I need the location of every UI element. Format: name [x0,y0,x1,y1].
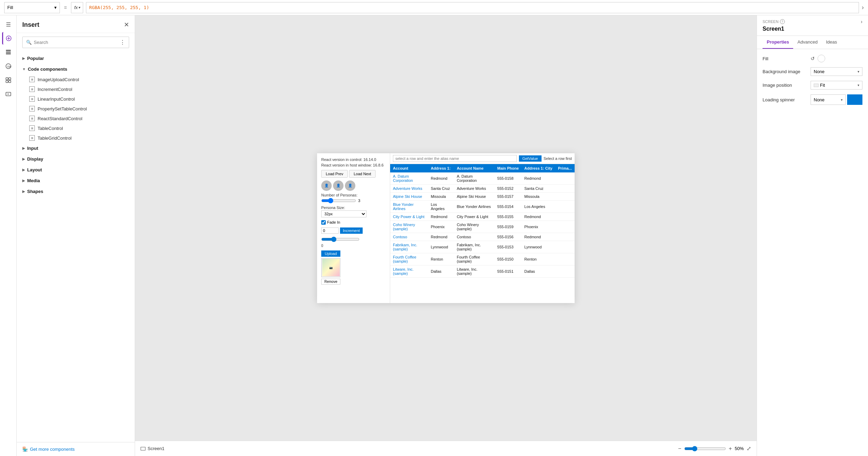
cell-city: Renton [522,253,555,265]
table-row[interactable]: Adventure Works Santa Cruz Adventure Wor… [390,184,575,192]
sidebar-icon-menu[interactable]: ☰ [2,18,15,31]
item-label-reactstandard: ReactStandardControl [38,116,82,121]
remove-button[interactable]: Remove [321,279,340,285]
svg-text:Var: Var [7,65,11,68]
icon-sidebar: ☰ Var [0,15,17,456]
zoom-value: 50% [735,446,744,451]
item-icon-reactstandard: ⊞ [29,116,35,121]
right-panel-header: SCREEN ? › [757,15,868,24]
loading-spinner-dropdown[interactable]: None ▾ [811,94,846,105]
upload-button[interactable]: Upload [321,250,340,257]
search-input[interactable] [34,40,118,45]
svg-rect-4 [6,52,11,53]
fade-in-checkbox[interactable] [321,220,326,225]
get-value-button[interactable]: GetValue [519,155,542,162]
cell-account-name: Litware, Inc. (sample) [454,265,494,277]
sidebar-icon-insert[interactable] [2,32,15,45]
sidebar-icon-media[interactable] [2,88,15,100]
data-table: Account Address 1: Account Name Main Pho… [390,164,575,278]
table-row[interactable]: Blue Yonder Airlines Los Angeles Blue Yo… [390,200,575,212]
close-insert-button[interactable]: ✕ [124,21,129,29]
upload-thumbnail: 📷 [321,258,340,277]
personas-slider[interactable] [321,198,356,203]
table-row[interactable]: Contoso Redmond Contoso 555-0156 Redmond [390,233,575,241]
col-account-name: Account Name [454,164,494,172]
section-display[interactable]: ▶ Display [17,154,135,164]
col-primary: Prima... [555,164,575,172]
section-input[interactable]: ▶ Input [17,143,135,154]
list-item[interactable]: ⊞ TableGridControl [17,133,135,143]
cell-account-name: Contoso [454,233,494,241]
table-row[interactable]: City Power & Light Redmond City Power & … [390,212,575,221]
sidebar-icon-components[interactable] [2,74,15,86]
list-item[interactable]: ⊞ PropertySetTableControl [17,104,135,114]
table-row[interactable]: Fourth Coffee (sample) Renton Fourth Cof… [390,253,575,265]
cell-city: Dallas [522,265,555,277]
list-item[interactable]: ⊞ TableControl [17,123,135,133]
sidebar-icon-data[interactable] [2,46,15,59]
cell-city: Redmond [522,233,555,241]
section-popular-label: Popular [27,56,44,61]
persona-size-select[interactable]: 32px [321,210,366,217]
cell-account: A. Datum Corporation [390,172,428,185]
list-item[interactable]: ⊞ IncrementControl [17,84,135,94]
get-more-components[interactable]: 🏪 Get more components [17,442,135,456]
section-layout[interactable]: ▶ Layout [17,164,135,175]
svg-rect-11 [9,80,11,83]
panel-chevron-icon[interactable]: › [861,19,862,24]
chevron-media-icon: ▶ [22,179,25,183]
col-phone: Main Phone [495,164,522,172]
section-input-label: Input [27,146,38,151]
bg-image-dropdown[interactable]: None ▾ [811,67,862,76]
sidebar-icon-variables[interactable]: Var [2,60,15,72]
table-row[interactable]: Alpine Ski House Missoula Alpine Ski Hou… [390,192,575,200]
section-shapes[interactable]: ▶ Shapes [17,186,135,197]
load-prev-button[interactable]: Load Prev [321,170,348,178]
linear-input-slider[interactable] [321,237,360,242]
increment-input[interactable] [321,227,339,234]
refresh-icon[interactable]: ↺ [811,56,815,61]
table-row[interactable]: A. Datum Corporation Redmond A. Datum Co… [390,172,575,185]
cell-city: Lynnwood [522,241,555,253]
fx-button[interactable]: fx ▾ [71,2,83,13]
menu-dots-button[interactable]: ⋮ [120,39,125,46]
tab-advanced[interactable]: Advanced [793,36,822,49]
formula-bar[interactable]: RGBA(255, 255, 255, 1) [86,2,859,13]
expand-button[interactable]: ⤢ [747,445,751,452]
cell-account-name: Coho Winery (sample) [454,221,494,233]
cell-city: Phoenix [522,221,555,233]
top-bar: Fill ▾ = fx ▾ RGBA(255, 255, 255, 1) › [0,0,868,15]
section-popular[interactable]: ▶ Popular [17,53,135,64]
fill-dropdown[interactable]: Fill ▾ [4,2,60,13]
fill-color-swatch[interactable] [818,55,825,62]
list-item[interactable]: ⊞ ReactStandardControl [17,114,135,123]
alias-input[interactable] [393,155,517,162]
table-row[interactable]: Fabrikam, Inc. (sample) Lynnwood Fabrika… [390,241,575,253]
tab-ideas[interactable]: Ideas [822,36,841,49]
cell-phone: 555-0155 [495,212,522,221]
table-row[interactable]: Litware, Inc. (sample) Dallas Litware, I… [390,265,575,277]
section-layout-label: Layout [27,167,42,172]
list-item[interactable]: ⊞ ImageUploadControl [17,75,135,84]
zoom-out-button[interactable]: − [678,446,681,452]
section-media-label: Media [27,178,40,183]
equals-sign: = [63,5,68,10]
section-media[interactable]: ▶ Media [17,175,135,186]
topbar-collapse-icon[interactable]: › [862,4,864,11]
increment-button[interactable]: Increment [340,227,363,234]
tab-properties[interactable]: Properties [763,36,793,49]
bg-image-prop-row: Background image None ▾ [763,67,862,76]
image-position-dropdown[interactable]: Fit ▾ [811,81,862,90]
table-row[interactable]: Coho Winery (sample) Phoenix Coho Winery… [390,221,575,233]
section-code-components[interactable]: ▼ Code components [17,64,135,75]
zoom-slider[interactable] [684,446,726,451]
load-next-button[interactable]: Load Next [349,170,376,178]
section-display-label: Display [27,156,43,162]
cell-account-name: City Power & Light [454,212,494,221]
help-icon[interactable]: ? [780,19,785,24]
cell-account: Blue Yonder Airlines [390,200,428,212]
react-version-host: React version in host window: 16.8.6 [321,163,386,167]
list-item[interactable]: ⊞ LinearInputControl [17,94,135,104]
zoom-in-button[interactable]: + [729,446,732,452]
loading-spinner-color-btn[interactable] [847,94,862,105]
